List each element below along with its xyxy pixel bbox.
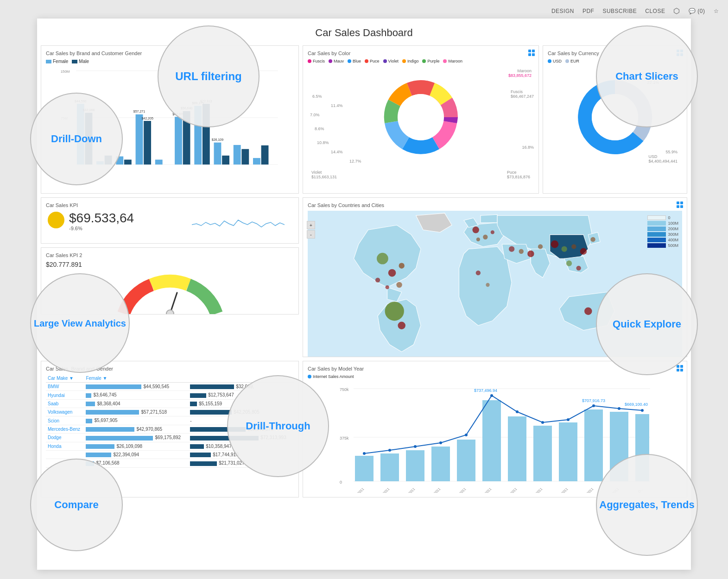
svg-rect-13 [136, 114, 143, 164]
svg-rect-30 [241, 149, 249, 164]
svg-point-54 [396, 282, 402, 288]
map-nav: + - [307, 221, 315, 239]
url-filtering-circle: URL filtering [158, 25, 260, 127]
kpi2-value: $20.777.891 [46, 261, 294, 268]
sparkline-area [192, 211, 285, 234]
svg-rect-85 [457, 440, 475, 481]
model-year-legend: Internet Sales Amount [308, 374, 682, 379]
svg-point-53 [386, 285, 389, 289]
svg-point-97 [465, 434, 468, 436]
female-color [46, 60, 51, 63]
svg-point-103 [618, 407, 620, 410]
svg-point-58 [483, 235, 487, 239]
usd-pct: 55.9% [665, 150, 677, 154]
large-view-circle: Large View Analytics [30, 273, 130, 373]
color-donut-legend: Fuscis Mauv Blue Puce Violet Indigo Purp… [308, 59, 534, 63]
fuscis-label2: Fuscis$66,467,247 [511, 89, 534, 99]
svg-rect-83 [406, 450, 424, 481]
bookmark-icon[interactable]: ☆ [714, 8, 719, 14]
svg-text:$737,496.94: $737,496.94 [474, 388, 497, 393]
svg-rect-18 [175, 117, 182, 164]
svg-point-55 [385, 302, 404, 321]
color-donut-grid-icon[interactable] [528, 50, 535, 56]
svg-point-71 [576, 266, 581, 271]
svg-text:January 2011: January 2011 [347, 487, 365, 493]
svg-point-64 [538, 244, 543, 249]
svg-point-65 [551, 240, 559, 248]
color-donut-svg [370, 66, 472, 168]
aggregates-label: Aggregates, Trends [599, 498, 694, 512]
red-pct: 10.8% [317, 140, 329, 145]
svg-point-102 [592, 404, 595, 407]
female-label: Female [53, 59, 68, 64]
svg-rect-89 [559, 422, 577, 481]
svg-rect-17 [155, 160, 163, 165]
svg-text:September 2011: September 2011 [548, 487, 569, 493]
svg-rect-29 [234, 145, 241, 164]
color-bottom-labels: Violet$115,663,131 Puce$73,816,876 [308, 170, 534, 179]
sparkline-svg [192, 211, 285, 234]
map-grid-icon[interactable] [677, 201, 683, 208]
drill-down-label: Drill-Down [51, 133, 102, 145]
svg-point-56 [398, 321, 405, 329]
svg-rect-87 [508, 416, 526, 481]
svg-rect-32 [261, 145, 269, 164]
pink-pct: 12.7% [349, 159, 361, 164]
svg-point-63 [527, 251, 534, 257]
chart-slicers-label: Chart Slicers [615, 70, 678, 82]
row-top: Car Sales by Brand and Customer Gender F… [37, 44, 691, 195]
svg-rect-90 [584, 409, 603, 481]
design-button[interactable]: DESIGN [551, 8, 574, 14]
svg-point-70 [566, 260, 572, 266]
svg-point-52 [375, 278, 380, 283]
svg-point-93 [363, 452, 366, 455]
svg-point-60 [476, 238, 480, 241]
legend-male: Male [72, 59, 89, 64]
svg-point-51 [399, 263, 405, 269]
map-legend: 0 100M 200M 300M [647, 215, 678, 249]
col-female[interactable]: Female ▼ [84, 374, 188, 383]
col-make[interactable]: Car Make ▼ [46, 374, 84, 383]
svg-point-100 [541, 421, 544, 424]
kpi1-circle [48, 212, 64, 228]
svg-point-72 [476, 271, 481, 275]
layers-icon[interactable]: ⬡ [673, 6, 680, 15]
svg-text:April 2011: April 2011 [427, 487, 441, 493]
svg-text:March 2011: March 2011 [400, 487, 416, 493]
top-pct: 11.4% [331, 103, 343, 108]
svg-point-68 [580, 248, 587, 255]
legend-female: Female [46, 59, 68, 64]
large-view-label: Large View Analytics [34, 317, 126, 329]
svg-rect-86 [482, 400, 501, 481]
svg-point-59 [491, 230, 494, 234]
svg-point-50 [388, 269, 396, 277]
top-bar: DESIGN PDF SUBSCRIBE CLOSE ⬡ 💬 (0) ☆ [542, 0, 728, 22]
svg-text:$707,916.73: $707,916.73 [582, 398, 605, 403]
color-donut-area: Maroon$83,855,672 Fuscis$66,467,247 16.8… [308, 66, 534, 168]
svg-point-57 [472, 227, 479, 233]
svg-text:150M: 150M [61, 69, 70, 74]
aggregates-circle: Aggregates, Trends [596, 454, 698, 556]
svg-point-62 [519, 249, 524, 254]
svg-text:$42,205: $42,205 [141, 117, 153, 120]
male-color [72, 60, 77, 63]
quick-explore-label: Quick Explore [613, 318, 681, 331]
close-button[interactable]: CLOSE [645, 8, 665, 14]
svg-text:0: 0 [340, 480, 342, 485]
svg-rect-15 [144, 121, 151, 164]
svg-point-101 [567, 418, 570, 421]
model-year-grid-icon[interactable] [677, 365, 683, 371]
comments-button[interactable]: 💬 (0) [689, 8, 705, 14]
kpi1-panel: Car Sales KPI $69.533,64 -9.6% [41, 197, 299, 244]
svg-text:October 2011: October 2011 [576, 487, 595, 493]
pdf-button[interactable]: PDF [582, 8, 595, 14]
svg-rect-26 [214, 143, 222, 165]
svg-text:February 2011: February 2011 [372, 487, 391, 493]
map-zoom-out[interactable]: - [307, 230, 315, 239]
subscribe-button[interactable]: SUBSCRIBE [602, 8, 637, 14]
svg-text:375k: 375k [340, 436, 349, 441]
map-zoom-in[interactable]: + [307, 221, 315, 229]
svg-point-49 [377, 253, 388, 264]
svg-text:July 2011: July 2011 [504, 487, 518, 493]
svg-point-98 [490, 394, 493, 397]
